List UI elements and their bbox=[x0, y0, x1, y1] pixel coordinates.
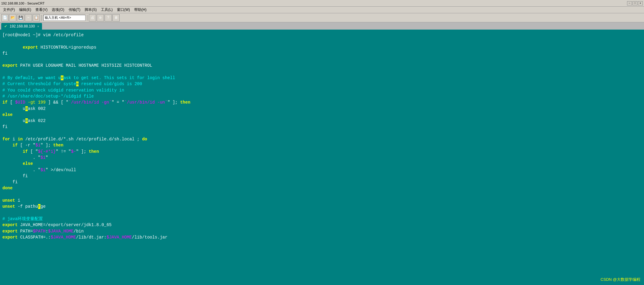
terminal-line-29: unset -f pathunge bbox=[2, 203, 642, 210]
title-bar-controls[interactable]: — □ ✕ bbox=[627, 1, 643, 5]
settings-btn[interactable]: ⚙ bbox=[97, 14, 104, 21]
terminal-line-31: # java环境变量配置 bbox=[2, 216, 642, 222]
menu-help[interactable]: 帮助(H) bbox=[132, 7, 148, 13]
terminal-line-7 bbox=[2, 69, 642, 75]
terminal-line-18: for i in /etc/profile.d/*.sh /etc/profil… bbox=[2, 136, 642, 142]
terminal-line-19: if [ -r "$i" ]; then bbox=[2, 142, 642, 148]
terminal-line-30 bbox=[2, 210, 642, 216]
terminal-line-9: # Current threshold for system reserved … bbox=[2, 81, 642, 87]
terminal-line-15: umask 022 bbox=[2, 118, 642, 124]
terminal-line-4: fi bbox=[2, 50, 642, 56]
new-btn[interactable]: 📄 bbox=[1, 14, 8, 21]
terminal-line-14: else bbox=[2, 112, 642, 118]
connect-input[interactable] bbox=[43, 15, 86, 21]
close-button[interactable]: ✕ bbox=[638, 1, 643, 5]
menu-edit[interactable]: 编辑(E) bbox=[17, 7, 33, 13]
minimize-button[interactable]: — bbox=[627, 1, 632, 5]
terminal-line-34: export CLASSPATH=.:$JAVA_HOME/lib/dt.jar… bbox=[2, 234, 642, 240]
terminal-line-11: # /usr/share/doc/setup-*/uidgid file bbox=[2, 93, 642, 99]
session-tab[interactable]: ✔ 192.168.88.100 × bbox=[1, 23, 42, 30]
save-btn[interactable]: 💾 bbox=[17, 14, 24, 21]
print-btn[interactable]: 🖨 bbox=[89, 14, 96, 21]
menu-options[interactable]: 选项(O) bbox=[50, 7, 66, 13]
tab-close-button[interactable]: × bbox=[37, 25, 39, 28]
menu-file[interactable]: 文件(F) bbox=[1, 7, 17, 13]
terminal-line-10: # You could check uidgid reservation val… bbox=[2, 87, 642, 93]
terminal-line-3: export HISTCONTROL=ignoredups bbox=[2, 44, 642, 50]
paste-btn[interactable]: 📋 bbox=[33, 14, 40, 21]
terminal-line-26: done bbox=[2, 185, 642, 191]
terminal-line-22: else bbox=[2, 161, 642, 167]
screen-btn[interactable]: 🖥 bbox=[112, 14, 120, 21]
menu-tools[interactable]: 工具(L) bbox=[99, 7, 115, 13]
terminal-line-24: fi bbox=[2, 173, 642, 179]
terminal-line-8: # By default, we want umask to get set. … bbox=[2, 75, 642, 81]
cut-btn[interactable]: ✂ bbox=[25, 14, 32, 21]
tab-bar: ✔ 192.168.88.100 × bbox=[0, 22, 644, 30]
menu-window[interactable]: 窗口(W) bbox=[115, 7, 132, 13]
terminal-line-28: unset i bbox=[2, 197, 642, 203]
maximize-button[interactable]: □ bbox=[633, 1, 637, 5]
toolbar: 📄 📂 💾 ✂ 📋 🖨 ⚙ ? 🖥 bbox=[0, 13, 644, 22]
terminal-line-27 bbox=[2, 191, 642, 197]
tab-check-icon: ✔ bbox=[4, 24, 7, 28]
menu-transfer[interactable]: 传输(T) bbox=[67, 7, 82, 13]
terminal-line-25: fi bbox=[2, 179, 642, 185]
terminal-line-32: export JAVA_HOME=/export/server/jdk1.8.0… bbox=[2, 222, 642, 228]
title-bar: 192.168.88.100 - SecureCRT — □ ✕ bbox=[0, 0, 644, 7]
toolbar-sep2 bbox=[87, 15, 87, 21]
terminal-line-1: [root@node1 ~]# vim /etc/profile bbox=[2, 32, 642, 38]
terminal-line-5 bbox=[2, 56, 642, 62]
terminal-line-17 bbox=[2, 130, 642, 136]
menu-script[interactable]: 脚本(S) bbox=[83, 7, 99, 13]
terminal-line-33: export PATH=$PATH:$JAVA_HOME/bin bbox=[2, 228, 642, 234]
terminal-line-12: if [ $UID -gt 199 ] && [ "`/usr/bin/id -… bbox=[2, 99, 642, 105]
open-btn[interactable]: 📂 bbox=[9, 14, 16, 21]
terminal[interactable]: [root@node1 ~]# vim /etc/profile export … bbox=[0, 30, 644, 285]
terminal-line-21: . "$i" bbox=[2, 155, 642, 161]
terminal-line-6: export PATH USER LOGNAME MAIL HOSTNAME H… bbox=[2, 62, 642, 69]
menu-bar: 文件(F) 编辑(E) 查看(V) 选项(O) 传输(T) 脚本(S) 工具(L… bbox=[0, 7, 644, 13]
terminal-line-13: umask 002 bbox=[2, 106, 642, 112]
terminal-line-2 bbox=[2, 38, 642, 44]
help-btn[interactable]: ? bbox=[105, 14, 112, 21]
title-bar-title: 192.168.88.100 - SecureCRT bbox=[1, 2, 45, 5]
menu-view[interactable]: 查看(V) bbox=[34, 7, 49, 13]
terminal-line-23: . "$i" >/dev/null bbox=[2, 167, 642, 173]
terminal-line-16: fi bbox=[2, 124, 642, 130]
watermark: CSDN @大数据学编程 bbox=[600, 277, 640, 283]
tab-label: 192.168.88.100 bbox=[10, 24, 35, 28]
toolbar-sep1 bbox=[41, 15, 42, 21]
terminal-line-20: if [ "${-#*i}" != "$-" ]; then bbox=[2, 149, 642, 155]
